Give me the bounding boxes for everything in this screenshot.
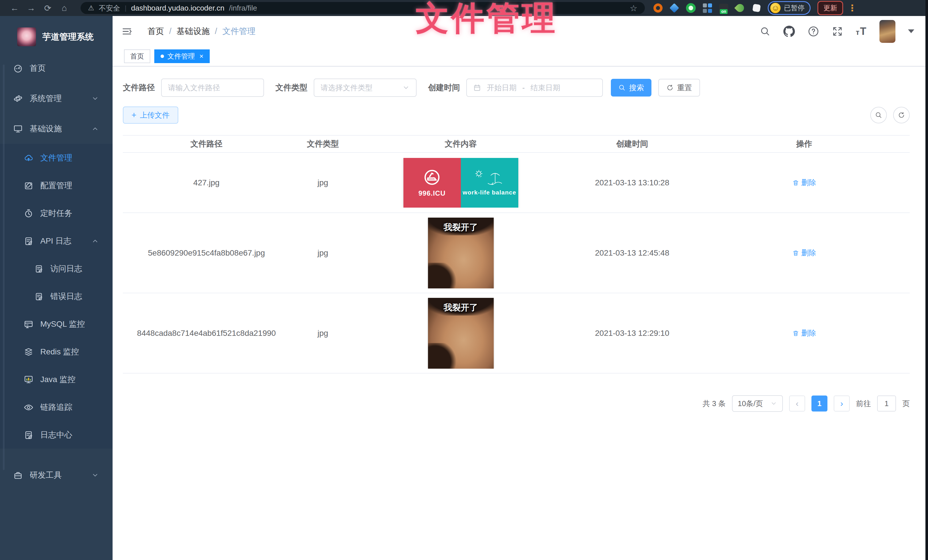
file-path-input[interactable] [168, 84, 257, 92]
window-edge [925, 0, 928, 560]
path-label: 文件路径 [123, 82, 155, 93]
goto-page-input[interactable] [877, 396, 896, 411]
banner-left-text: 996.ICU [418, 189, 446, 197]
caret-down-icon[interactable] [908, 29, 914, 33]
screen: ← → ⟳ ⌂ ⚠ 不安全 | dashboard.yudao.iocoder.… [0, 0, 928, 560]
refresh-icon [898, 111, 905, 119]
cell-file-path: 8448cada8c714e4ab61f521c8da21990 [123, 329, 290, 338]
url-path[interactable]: /infra/file [229, 4, 257, 12]
next-page-button[interactable]: › [834, 396, 850, 411]
breadcrumb-separator: / [169, 27, 171, 36]
delete-button[interactable]: 删除 [792, 328, 816, 338]
current-page-button[interactable]: 1 [811, 396, 827, 411]
file-table: 文件路径 文件类型 文件内容 创建时间 操作 427.jpg jpg [123, 135, 910, 374]
breadcrumb-current: 文件管理 [222, 26, 255, 37]
sidebar-item-label: 错误日志 [50, 291, 82, 302]
sidebar-item-label: 系统管理 [30, 93, 62, 104]
search-icon[interactable] [760, 26, 771, 37]
prev-page-button[interactable]: ‹ [789, 396, 805, 411]
url-domain[interactable]: dashboard.yudao.iocoder.cn [131, 4, 224, 12]
green-check-extension-icon[interactable] [686, 3, 696, 13]
sidebar-item-mysql[interactable]: MySQL 监控 [0, 310, 113, 338]
date-label: 创建时间 [428, 82, 460, 93]
forward-icon[interactable]: → [23, 3, 40, 13]
cell-file-path: 5e8609290e915c4fa8b08e67.jpg [123, 248, 290, 257]
bookmark-star-icon[interactable]: ☆ [630, 3, 637, 13]
sidebar-scrollbar[interactable] [3, 64, 5, 470]
sidebar-item-label: MySQL 监控 [40, 319, 85, 330]
trash-icon [792, 180, 799, 186]
sidebar-item-label: 基础设施 [30, 123, 62, 134]
sidebar-item-infra[interactable]: 基础设施 [0, 114, 113, 144]
chevron-up-icon [92, 237, 99, 245]
toolbar-right [870, 107, 910, 123]
leaf-extension-icon[interactable] [734, 2, 746, 14]
sidebar-item-access-log[interactable]: 访问日志 [0, 255, 113, 282]
breadcrumb-home[interactable]: 首页 [147, 26, 164, 37]
chevron-down-icon [770, 400, 777, 407]
refresh-icon [666, 84, 674, 91]
close-icon[interactable]: × [200, 52, 203, 60]
home-icon[interactable]: ⌂ [56, 3, 73, 13]
gear-extension-icon[interactable] [653, 3, 662, 12]
date-end-placeholder: 结束日期 [531, 83, 560, 93]
tag-file-manage[interactable]: 文件管理 × [154, 49, 210, 63]
file-preview-meme[interactable]: 我裂开了 [428, 298, 494, 369]
sidebar-item-error-log[interactable]: 错误日志 [0, 282, 113, 310]
delete-button[interactable]: 删除 [792, 178, 816, 188]
app-logo[interactable]: 芋道管理系统 [0, 16, 113, 50]
breadcrumb-infra[interactable]: 基础设施 [177, 26, 210, 37]
upload-file-button[interactable]: + 上传文件 [123, 107, 178, 124]
search-button[interactable]: 搜索 [611, 79, 652, 96]
sidebar-item-home[interactable]: 首页 [0, 53, 113, 84]
sidebar-item-tracing[interactable]: 链路追踪 [0, 393, 113, 421]
sidebar-item-file-manage[interactable]: 文件管理 [0, 144, 113, 172]
back-icon[interactable]: ← [6, 3, 23, 13]
sidebar-item-api-log[interactable]: API 日志 [0, 227, 113, 255]
security-label[interactable]: 不安全 [99, 3, 120, 13]
sidebar-item-label: 访问日志 [50, 263, 82, 274]
goto-label: 前往 [856, 399, 871, 409]
sidebar-item-redis[interactable]: Redis 监控 [0, 338, 113, 365]
database-panel-icon [24, 319, 34, 329]
profile-paused-badge[interactable]: ☺ 已暂停 [768, 1, 810, 15]
sidebar-item-log-center[interactable]: 日志中心 [0, 421, 113, 449]
fullscreen-icon[interactable] [832, 26, 843, 37]
grid-extension-icon[interactable] [702, 3, 712, 13]
cell-create-time: 2021-03-13 12:29:10 [566, 329, 699, 338]
java-monitor-icon [24, 375, 34, 384]
sidebar-item-job[interactable]: 定时任务 [0, 199, 113, 227]
file-preview-meme[interactable]: 我裂开了 [428, 218, 494, 288]
sidebar-item-java[interactable]: Java 监控 [0, 365, 113, 393]
eye-icon [24, 402, 34, 412]
date-range-picker[interactable]: 开始日期 - 结束日期 [466, 79, 603, 97]
reset-button[interactable]: 重置 [658, 79, 700, 96]
reload-icon[interactable]: ⟳ [40, 3, 56, 13]
refresh-table-button[interactable] [893, 107, 910, 123]
plus-icon: + [131, 111, 137, 119]
page-content: 文件路径 文件类型 请选择文件类型 创建时间 开始日期 - 结束日期 [113, 67, 928, 412]
drop-extension-icon[interactable] [669, 3, 679, 13]
page-size-select[interactable]: 10条/页 [732, 395, 783, 412]
sidebar-item-devtools[interactable]: 研发工具 [0, 460, 113, 490]
file-type-select[interactable]: 请选择文件类型 [314, 79, 417, 97]
switch-extension-icon[interactable]: on [719, 4, 728, 12]
browser-menu-icon[interactable]: ⋮ [848, 3, 857, 14]
help-icon[interactable] [808, 26, 819, 37]
font-size-icon[interactable]: тT [856, 26, 867, 37]
chevron-up-icon [92, 125, 99, 132]
github-icon[interactable] [783, 26, 795, 37]
file-preview-996icu[interactable]: 996.ICU work-life balance [403, 158, 518, 208]
toggle-search-button[interactable] [870, 107, 887, 123]
sidebar-item-system[interactable]: 系统管理 [0, 84, 113, 114]
sidebar-item-config[interactable]: 配置管理 [0, 172, 113, 199]
tag-home[interactable]: 首页 [124, 49, 150, 63]
table-row: 427.jpg jpg 996.ICU work-life balan [123, 153, 910, 213]
hamburger-icon[interactable] [121, 26, 133, 37]
update-button[interactable]: 更新 [817, 1, 843, 15]
address-bar[interactable]: ⚠ 不安全 | dashboard.yudao.iocoder.cn /infr… [81, 2, 645, 14]
user-avatar[interactable] [879, 20, 896, 43]
delete-button[interactable]: 删除 [792, 248, 816, 258]
sidebar-item-label: 研发工具 [30, 470, 62, 481]
puzzle-extension-icon[interactable] [752, 4, 760, 12]
